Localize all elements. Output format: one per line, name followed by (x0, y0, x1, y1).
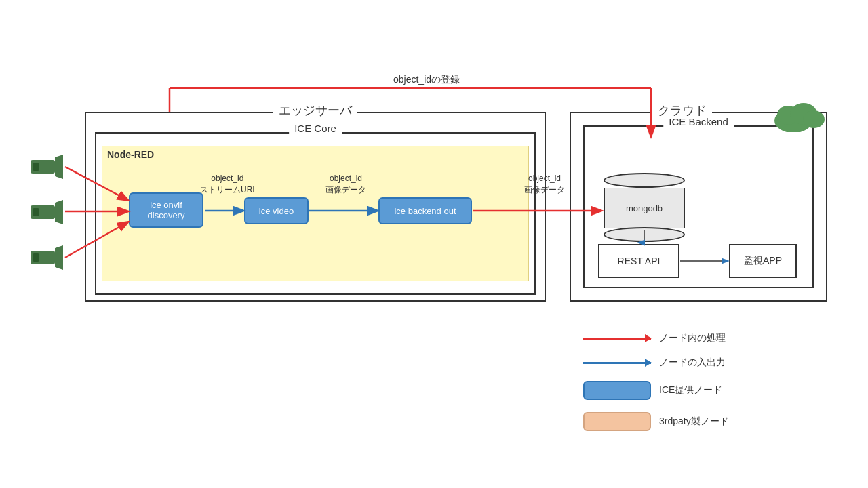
cloud-icon (773, 95, 827, 141)
legend-third-party-label: 3rdpaty製ノード (659, 415, 729, 428)
node-red-label: Node-RED (107, 149, 154, 160)
legend-blue-line: ノードの入出力 (583, 357, 729, 369)
svg-marker-1 (55, 155, 63, 179)
rest-api-label: REST API (618, 256, 660, 266)
legend-third-party: 3rdpaty製ノード (583, 412, 729, 431)
ice-onvif-discovery-node: ice onvifdiscovery (129, 192, 203, 228)
camera-3 (31, 245, 63, 276)
svg-marker-4 (55, 200, 63, 224)
object-id-top-label: object_idの登録 (393, 73, 460, 87)
legend-ice-color-box (583, 381, 651, 400)
ice-backend-out-node: ice backend out (378, 197, 472, 224)
arrow-label-1: object_idストリームURI (200, 173, 255, 196)
legend-blue-label: ノードの入出力 (659, 357, 726, 369)
arrow-label-2: object_id画像データ (326, 173, 366, 196)
legend-ice-label: ICE提供ノード (659, 384, 722, 396)
svg-marker-7 (55, 245, 63, 270)
mongodb-box: mongodb (604, 173, 685, 242)
mongodb-label: mongodb (626, 203, 663, 214)
ice-core-label: ICE Core (289, 123, 342, 134)
ice-video-node: ice video (244, 197, 309, 224)
legend-red-line: ノード内の処理 (583, 332, 729, 344)
legend-ice-node: ICE提供ノード (583, 381, 729, 400)
mongodb-cylinder: mongodb (604, 173, 685, 242)
svg-rect-5 (33, 208, 39, 216)
kanshi-app-label: 監視APP (744, 255, 782, 267)
cyl-bottom (604, 227, 685, 242)
camera-1 (31, 155, 63, 185)
legend-third-party-color-box (583, 412, 651, 431)
legend-red-label: ノード内の処理 (659, 332, 726, 344)
rest-api-box: REST API (598, 244, 679, 278)
cyl-body: mongodb (604, 188, 685, 228)
svg-rect-8 (33, 253, 39, 262)
legend-blue-line-shape (583, 362, 651, 364)
edge-server-label: エッジサーバ (273, 102, 357, 119)
cyl-top (604, 173, 685, 188)
legend-area: ノード内の処理 ノードの入出力 ICE提供ノード 3rdpaty製ノード (583, 332, 729, 443)
arrow-label-3: object_id画像データ (524, 173, 565, 196)
diagram-container: エッジサーバ ICE Core Node-RED クラウド ICE Backen… (0, 0, 868, 488)
ice-backend-label: ICE Backend (663, 116, 734, 127)
kanshi-app-box: 監視APP (729, 244, 797, 278)
svg-point-12 (803, 110, 825, 128)
camera-2 (31, 200, 63, 230)
legend-red-line-shape (583, 338, 651, 340)
svg-rect-2 (33, 163, 39, 171)
